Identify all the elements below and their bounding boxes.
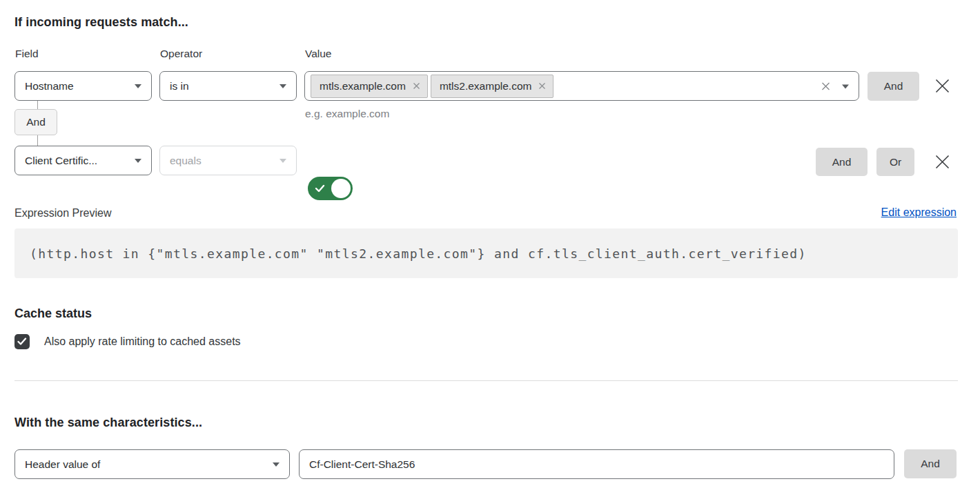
value-helper-text: e.g. example.com xyxy=(305,108,389,120)
cached-assets-checkbox-label[interactable]: Also apply rate limiting to cached asset… xyxy=(44,335,241,348)
field-select-row2[interactable]: Client Certific... xyxy=(14,146,152,175)
chevron-down-icon xyxy=(273,462,280,467)
toggle-knob xyxy=(331,179,351,198)
delete-condition-icon-row1[interactable] xyxy=(932,76,952,95)
chevron-down-icon xyxy=(280,84,286,88)
chevron-down-icon xyxy=(280,159,286,163)
connector-line xyxy=(37,135,38,146)
edit-expression-link[interactable]: Edit expression xyxy=(881,206,957,219)
remove-tag-icon[interactable] xyxy=(538,82,546,90)
value-tag-text: mtls2.example.com xyxy=(440,80,532,92)
value-multiselect[interactable]: mtls.example.com mtls2.example.com xyxy=(304,71,859,101)
value-tag: mtls.example.com xyxy=(311,75,428,98)
match-heading: If incoming requests match... xyxy=(14,15,188,30)
rate-limit-rule-builder: If incoming requests match... Field Oper… xyxy=(0,0,980,497)
field-select-row2-value: Client Certific... xyxy=(25,155,97,167)
chevron-down-icon xyxy=(135,159,141,163)
operator-column-label: Operator xyxy=(160,48,202,60)
delete-condition-icon-row2[interactable] xyxy=(932,152,952,171)
field-column-label: Field xyxy=(15,48,39,60)
and-connector-button[interactable]: And xyxy=(14,109,57,135)
characteristic-select-value: Header value of xyxy=(25,458,100,471)
clear-values-icon[interactable] xyxy=(821,81,831,91)
field-select-row1-value: Hostname xyxy=(25,80,74,92)
add-characteristic-button[interactable]: And xyxy=(904,449,957,478)
checkmark-icon xyxy=(17,338,27,346)
add-and-condition-button-row2[interactable]: And xyxy=(816,148,868,176)
header-name-input[interactable] xyxy=(299,449,894,479)
value-column-label: Value xyxy=(305,48,332,60)
cache-status-heading: Cache status xyxy=(14,306,92,321)
cached-assets-checkbox[interactable] xyxy=(14,334,30,349)
expression-preview-label: Expression Preview xyxy=(14,207,112,220)
expression-code-block: (http.host in {"mtls.example.com" "mtls2… xyxy=(14,228,958,278)
operator-select-row2: equals xyxy=(159,146,297,175)
remove-tag-icon[interactable] xyxy=(413,82,420,90)
operator-select-row1-value: is in xyxy=(170,80,189,92)
operator-select-row1[interactable]: is in xyxy=(159,71,297,101)
characteristics-heading: With the same characteristics... xyxy=(14,416,202,430)
section-divider xyxy=(14,380,958,381)
add-and-condition-button-row1[interactable]: And xyxy=(868,72,919,101)
operator-select-row2-value: equals xyxy=(170,155,202,167)
add-or-condition-button-row2[interactable]: Or xyxy=(876,148,914,176)
characteristic-select[interactable]: Header value of xyxy=(14,449,290,479)
value-tag-text: mtls.example.com xyxy=(320,80,406,92)
checkmark-icon xyxy=(315,184,326,196)
field-select-row1[interactable]: Hostname xyxy=(14,71,152,101)
connector-line xyxy=(37,101,38,109)
chevron-down-icon[interactable] xyxy=(842,84,849,88)
chevron-down-icon xyxy=(135,84,141,88)
cert-verified-toggle[interactable] xyxy=(308,177,353,200)
value-tag: mtls2.example.com xyxy=(431,75,554,98)
